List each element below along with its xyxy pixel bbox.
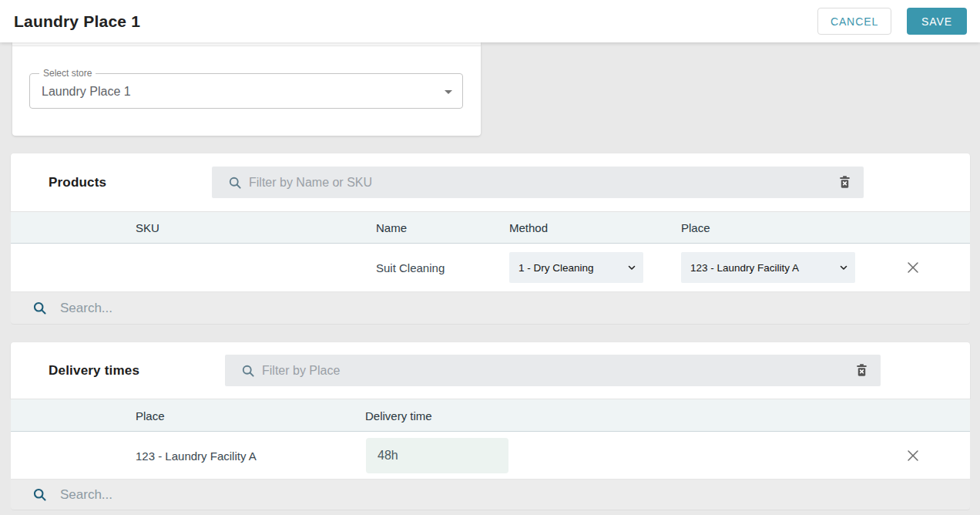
delivery-time-input[interactable] [366,438,508,473]
products-panel: Products [11,153,970,325]
column-header-delivery-time: Delivery time [365,409,432,422]
store-select-field: Select store Laundry Place 1 [29,73,463,109]
products-title: Products [49,175,106,190]
remove-product-x-icon[interactable] [901,256,925,279]
remove-delivery-x-icon[interactable] [901,444,925,467]
column-header-place: Place [681,221,710,234]
column-header-place: Place [136,409,165,422]
product-row: Suit Cleaning 1 - Dry Cleaning 123 - Lau… [11,244,970,292]
delivery-search-row [11,480,970,510]
delivery-times-panel: Delivery times [11,342,970,510]
products-filter-input[interactable] [243,176,834,190]
product-name: Suit Cleaning [376,261,445,274]
save-button[interactable]: SAVE [907,8,967,35]
store-select-label: Select store [39,68,96,79]
delivery-table-header: Place Delivery time [11,399,970,432]
place-select-wrap: 123 - Laundry Facility A [681,252,855,283]
card-divider [12,45,481,46]
search-icon [32,486,48,503]
products-search-input[interactable] [48,301,970,316]
delivery-filter-input[interactable] [256,364,851,378]
products-panel-header: Products [11,153,970,211]
delivery-times-title: Delivery times [49,363,139,379]
search-icon [227,175,243,190]
delivery-panel-header: Delivery times [11,342,970,399]
store-select-card: Select store Laundry Place 1 [12,42,481,136]
delivery-search-input[interactable] [48,487,970,503]
store-settings-screen: Laundry Place 1 CANCEL SAVE Select store… [0,0,980,515]
products-search-row [11,292,970,325]
clear-filter-trash-icon[interactable] [851,359,873,382]
delivery-filter-box [225,355,881,386]
column-header-name: Name [376,221,407,234]
method-select[interactable]: 1 - Dry Cleaning [509,252,643,283]
products-table-header: SKU Name Method Place [11,211,970,244]
header-actions: CANCEL SAVE [817,8,967,35]
app-header: Laundry Place 1 CANCEL SAVE [0,0,980,42]
column-header-sku: SKU [136,221,159,234]
page-title: Laundry Place 1 [14,12,140,31]
delivery-row: 123 - Laundry Facility A [11,432,970,480]
method-select-wrap: 1 - Dry Cleaning [509,252,643,283]
products-filter-box [212,167,864,198]
column-header-method: Method [509,221,548,234]
cancel-button[interactable]: CANCEL [817,8,891,35]
search-icon [240,363,256,379]
clear-filter-trash-icon[interactable] [834,171,856,194]
store-select[interactable]: Laundry Place 1 [30,74,462,108]
place-select[interactable]: 123 - Laundry Facility A [681,252,855,283]
search-icon [32,300,48,316]
delivery-place: 123 - Laundry Facility A [136,449,257,462]
